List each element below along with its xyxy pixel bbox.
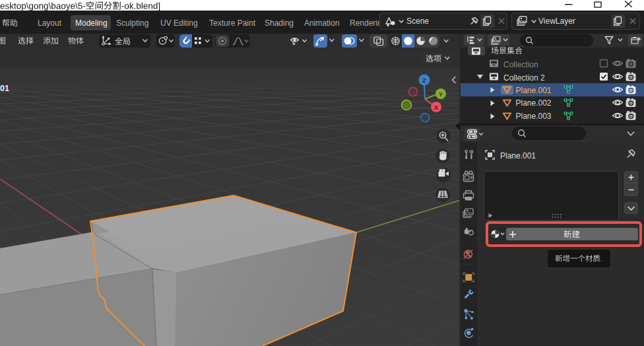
svg-text:Y: Y [439, 90, 443, 98]
svg-text:Z: Z [422, 77, 426, 84]
svg-text:X: X [434, 104, 439, 111]
